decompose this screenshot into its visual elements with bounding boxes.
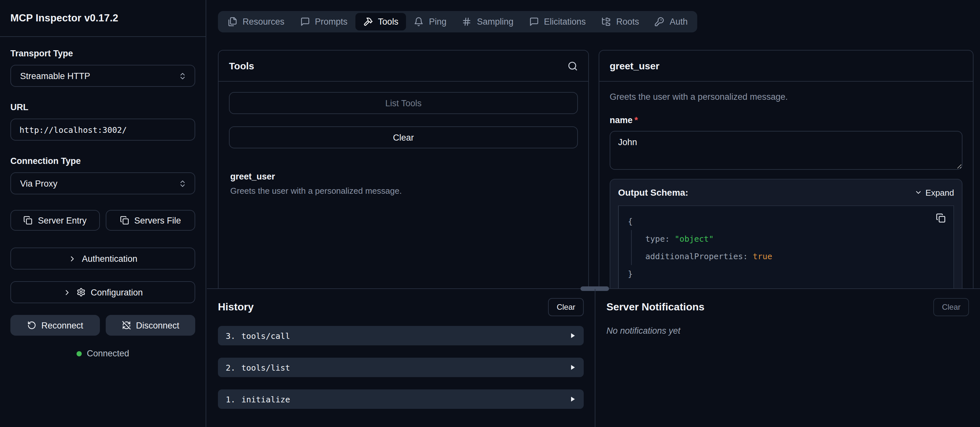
- message-square-icon: [300, 17, 310, 27]
- search-icon[interactable]: [568, 60, 578, 71]
- configuration-toggle[interactable]: Configuration: [10, 281, 195, 303]
- play-icon[interactable]: [570, 396, 576, 402]
- code-boolean-token: true: [752, 251, 772, 261]
- connection-status: Connected: [10, 349, 195, 358]
- tool-description: Greets the user with a personalized mess…: [230, 186, 577, 196]
- tab-tools[interactable]: Tools: [355, 13, 406, 30]
- app-window: MCP Inspector v0.17.2 Transport Type Str…: [0, 0, 980, 427]
- clear-notifications-button[interactable]: Clear: [934, 298, 969, 316]
- history-row-tools-list[interactable]: 2.tools/list: [218, 358, 584, 377]
- tool-detail-title: greet_user: [610, 60, 659, 71]
- tab-ping[interactable]: Ping: [406, 13, 454, 30]
- refresh-off-icon: [122, 321, 131, 330]
- authentication-label: Authentication: [82, 254, 137, 264]
- folder-tree-icon: [601, 17, 611, 27]
- server-config-buttons: Server Entry Servers File: [10, 210, 195, 231]
- connection-buttons: Reconnect Disconnect: [10, 315, 195, 336]
- tab-resources[interactable]: Resources: [220, 13, 292, 30]
- files-icon: [228, 17, 237, 27]
- copy-code-button[interactable]: [936, 213, 946, 223]
- copy-icon: [24, 216, 33, 225]
- hammer-icon: [363, 17, 373, 27]
- url-group: URL: [10, 102, 195, 141]
- connection-type-label: Connection Type: [10, 156, 195, 166]
- expand-toggle[interactable]: Expand: [915, 187, 954, 197]
- connection-type-group: Connection Type Via Proxy: [10, 156, 195, 194]
- transport-type-group: Transport Type Streamable HTTP: [10, 49, 195, 87]
- tab-elicitations[interactable]: Elicitations: [521, 13, 593, 30]
- chevrons-up-down-icon: [178, 71, 187, 80]
- history-row-initialize[interactable]: 1.initialize: [218, 389, 584, 409]
- tool-detail-panel: greet_user Greets the user with a person…: [599, 50, 974, 288]
- code-line: }: [628, 265, 944, 283]
- clear-history-button[interactable]: Clear: [548, 298, 584, 316]
- param-name-input[interactable]: John: [610, 131, 963, 170]
- connection-type-select[interactable]: Via Proxy: [10, 172, 195, 194]
- param-name-label: name*: [610, 115, 963, 125]
- connection-type-value: Via Proxy: [20, 178, 57, 188]
- key-icon: [655, 17, 665, 27]
- clear-tools-button[interactable]: Clear: [229, 126, 578, 148]
- servers-file-button[interactable]: Servers File: [106, 210, 195, 231]
- tab-auth[interactable]: Auth: [647, 13, 695, 30]
- rotate-ccw-icon: [27, 321, 36, 330]
- tools-panel: Tools List Tools Clear greet_user Greets…: [218, 50, 589, 288]
- disconnect-button[interactable]: Disconnect: [106, 315, 195, 336]
- main-area: Resources Prompts Tools Ping Sampling: [207, 0, 980, 427]
- status-dot: [76, 351, 82, 356]
- tool-detail-description: Greets the user with a personalized mess…: [610, 92, 963, 102]
- server-entry-button[interactable]: Server Entry: [10, 210, 100, 231]
- configuration-label: Configuration: [91, 287, 143, 297]
- url-input[interactable]: [10, 119, 195, 141]
- history-title: History: [218, 301, 254, 313]
- bottom-region: History Clear 3.tools/call 2.tools/list …: [207, 289, 980, 427]
- tool-list-item[interactable]: greet_user Greets the user with a person…: [229, 172, 578, 196]
- notifications-header: Server Notifications Clear: [606, 298, 969, 316]
- chevrons-up-down-icon: [178, 179, 187, 187]
- reconnect-button[interactable]: Reconnect: [10, 315, 100, 336]
- tab-bar: Resources Prompts Tools Ping Sampling: [218, 11, 697, 32]
- tab-prompts[interactable]: Prompts: [292, 13, 355, 30]
- sidebar: MCP Inspector v0.17.2 Transport Type Str…: [0, 0, 206, 427]
- tool-detail-header: greet_user: [599, 51, 973, 82]
- status-label: Connected: [87, 349, 129, 358]
- disconnect-label: Disconnect: [136, 321, 179, 330]
- tool-name: greet_user: [230, 172, 577, 181]
- tools-panel-body: List Tools Clear greet_user Greets the u…: [219, 82, 588, 206]
- transport-type-value: Streamable HTTP: [20, 71, 90, 81]
- server-notifications-panel: Server Notifications Clear No notificati…: [595, 289, 980, 427]
- list-tools-button[interactable]: List Tools: [229, 92, 578, 114]
- history-method: tools/call: [241, 331, 290, 341]
- transport-type-select[interactable]: Streamable HTTP: [10, 65, 195, 87]
- tab-sampling[interactable]: Sampling: [454, 13, 522, 30]
- chevron-right-icon: [68, 254, 76, 263]
- code-line: type: "object": [645, 230, 944, 248]
- hash-icon: [462, 17, 472, 27]
- history-panel: History Clear 3.tools/call 2.tools/list …: [207, 289, 595, 427]
- output-schema-section: Output Schema: Expand {: [610, 179, 963, 288]
- tab-roots[interactable]: Roots: [593, 13, 647, 30]
- notifications-title: Server Notifications: [606, 301, 704, 313]
- play-icon[interactable]: [570, 364, 576, 371]
- play-icon[interactable]: [570, 332, 576, 339]
- tools-panel-header: Tools: [219, 51, 588, 82]
- authentication-toggle[interactable]: Authentication: [10, 248, 195, 270]
- server-entry-label: Server Entry: [38, 216, 87, 225]
- app-title: MCP Inspector v0.17.2: [10, 12, 118, 24]
- sidebar-body: Transport Type Streamable HTTP URL Conne…: [0, 37, 205, 370]
- transport-type-label: Transport Type: [10, 49, 195, 58]
- code-line: additionalProperties: true: [645, 248, 944, 265]
- output-schema-label: Output Schema:: [618, 187, 688, 198]
- servers-file-label: Servers File: [134, 216, 181, 225]
- history-method: tools/list: [241, 362, 290, 372]
- notifications-empty-message: No notifications yet: [606, 326, 969, 336]
- message-square-icon: [529, 17, 539, 27]
- output-schema-header: Output Schema: Expand: [618, 187, 954, 198]
- reconnect-label: Reconnect: [41, 321, 83, 330]
- tool-detail-body: Greets the user with a personalized mess…: [599, 82, 973, 288]
- history-row-tools-call[interactable]: 3.tools/call: [218, 326, 584, 345]
- history-method: initialize: [241, 394, 290, 404]
- url-label: URL: [10, 102, 195, 112]
- tools-panel-title: Tools: [229, 60, 254, 71]
- gear-icon: [76, 288, 86, 297]
